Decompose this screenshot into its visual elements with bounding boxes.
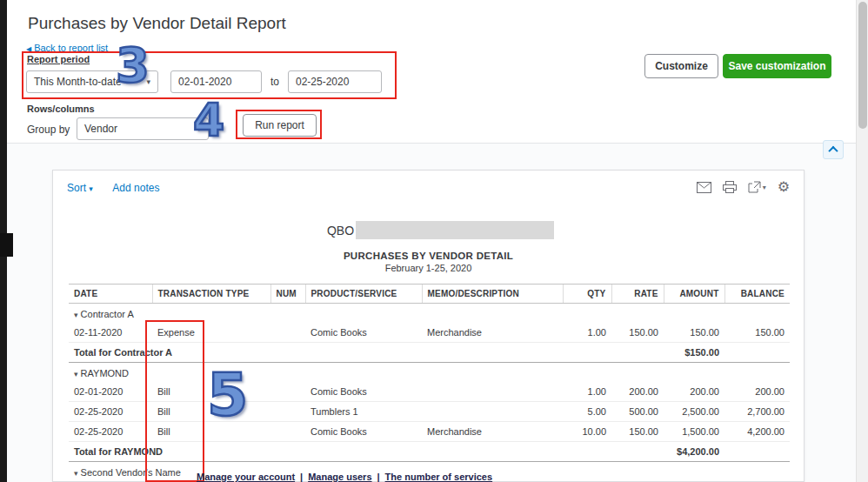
export-icon[interactable]: ▾	[748, 181, 766, 193]
column-header-num[interactable]: NUM	[270, 285, 305, 304]
company-prefix: QBO	[327, 224, 354, 238]
scrollbar-thumb[interactable]	[858, 2, 867, 129]
vendor-group-row[interactable]: ▾ Contractor A	[69, 304, 790, 324]
cell-date: 02-01-2020	[69, 382, 152, 402]
footer-link-number-of-services[interactable]: The number of services	[385, 472, 493, 482]
group-total-row: Total for RAYMOND$4,200.00	[69, 442, 790, 462]
cell-num	[270, 323, 305, 343]
cell-qty: 5.00	[563, 402, 611, 422]
report-card: Sort ▾ Add notes ▾ ⚙ QBO PURCHASE	[52, 170, 805, 482]
cell-type: Bill	[152, 422, 270, 442]
column-header-amount[interactable]: AMOUNT	[664, 285, 724, 304]
run-report-button[interactable]: Run report	[243, 114, 317, 137]
cell-balance: 4,200.00	[724, 422, 790, 442]
vendor-group-name: Contractor A	[78, 309, 134, 319]
chevron-down-icon: ▾	[197, 124, 201, 133]
cell-num	[270, 422, 305, 442]
cell-date: 02-25-2020	[69, 422, 152, 442]
back-to-report-list-link[interactable]: ◀Back to report list	[26, 43, 108, 53]
cell-rate: 200.00	[611, 382, 664, 402]
email-icon[interactable]	[697, 182, 711, 193]
column-header-product-service[interactable]: PRODUCT/SERVICE	[305, 285, 422, 304]
column-header-balance[interactable]: BALANCE	[724, 285, 790, 304]
back-arrow-icon: ◀	[26, 45, 31, 53]
column-header-qty[interactable]: QTY	[563, 285, 611, 304]
report-toolbar: Sort ▾ Add notes ▾ ⚙	[53, 171, 804, 197]
group-total-row: Total for Contractor A$150.00	[69, 343, 790, 363]
cell-type: Bill	[152, 402, 270, 422]
transaction-row[interactable]: 02-25-2020BillComic BooksMerchandise10.0…	[69, 422, 790, 442]
cell-empty	[611, 343, 664, 363]
cell-product: Tumblers 1	[305, 402, 422, 422]
transaction-row[interactable]: 02-11-2020ExpenseComic BooksMerchandise1…	[69, 323, 790, 343]
gear-icon[interactable]: ⚙	[778, 180, 790, 194]
rows-columns-label: Rows/columns	[27, 104, 95, 114]
column-header-date[interactable]: DATE	[69, 285, 152, 304]
cell-empty	[563, 442, 611, 462]
cell-date: 02-11-2020	[69, 323, 152, 343]
cell-empty	[724, 442, 790, 462]
company-header: QBO	[65, 221, 805, 239]
sort-label: Sort	[67, 182, 86, 194]
column-header-transaction-type[interactable]: TRANSACTION TYPE	[152, 285, 270, 304]
qbo-report-page: Purchases by Vendor Detail Report ◀Back …	[0, 0, 868, 482]
cell-qty: 1.00	[563, 323, 611, 343]
cell-type: Expense	[152, 323, 270, 343]
cell-product: Comic Books	[305, 323, 422, 343]
divider	[7, 143, 856, 144]
report-period-select[interactable]: This Month-to-date ▾	[26, 70, 158, 93]
collapse-up-button[interactable]	[823, 140, 844, 159]
group-total-amount: $4,200.00	[664, 442, 724, 462]
cell-empty	[724, 343, 790, 363]
chevron-down-icon: ▾	[146, 77, 150, 86]
cell-amount: 200.00	[664, 382, 724, 402]
cell-type: Bill	[152, 382, 270, 402]
cell-num	[270, 402, 305, 422]
save-customization-button[interactable]: Save customization	[723, 54, 831, 78]
page-title: Purchases by Vendor Detail Report	[28, 14, 286, 33]
cell-memo	[422, 402, 563, 422]
cell-rate: 150.00	[611, 422, 664, 442]
add-notes-link[interactable]: Add notes	[112, 182, 159, 194]
report-table: DATETRANSACTION TYPENUMPRODUCT/SERVICEME…	[69, 284, 790, 482]
footer-link-manage-account[interactable]: Manage your account	[197, 472, 295, 482]
date-from-input[interactable]	[170, 70, 262, 93]
cell-date: 02-25-2020	[69, 402, 152, 422]
vendor-group-name: RAYMOND	[78, 368, 129, 378]
cell-balance: 2,700.00	[724, 402, 790, 422]
vendor-group-row[interactable]: ▾ RAYMOND	[69, 363, 790, 383]
column-header-memo-description[interactable]: MEMO/DESCRIPTION	[422, 285, 563, 304]
chevron-down-icon: ▾	[763, 184, 766, 191]
cell-amount: 150.00	[664, 323, 724, 343]
group-by-select[interactable]: Vendor ▾	[77, 117, 209, 140]
cell-product: Comic Books	[305, 422, 422, 442]
print-icon[interactable]	[723, 181, 737, 193]
vertical-scrollbar[interactable]	[856, 0, 868, 482]
transaction-row[interactable]: 02-01-2020BillComic Books1.00200.00200.0…	[69, 382, 790, 402]
column-header-rate[interactable]: RATE	[611, 285, 664, 304]
cell-empty	[611, 442, 664, 462]
cell-qty: 10.00	[563, 422, 611, 442]
footer-links: Manage your account|Manage users|The num…	[197, 472, 492, 482]
transaction-row[interactable]: 02-25-2020BillTumblers 15.00500.002,500.…	[69, 402, 790, 422]
report-subtitle: February 1-25, 2020	[53, 263, 804, 273]
vendor-group-name: Second Vendor's Name	[78, 467, 181, 478]
report-table-header-row: DATETRANSACTION TYPENUMPRODUCT/SERVICEME…	[69, 285, 790, 304]
group-total-label: Total for Contractor A	[69, 343, 563, 363]
cell-product: Comic Books	[305, 382, 422, 402]
chevron-down-icon: ▾	[89, 184, 93, 193]
group-by-label: Group by	[27, 124, 70, 136]
report-title: PURCHASES BY VENDOR DETAIL	[53, 251, 804, 261]
cell-memo	[422, 382, 563, 402]
cell-amount: 2,500.00	[664, 402, 724, 422]
sort-dropdown[interactable]: Sort ▾	[67, 182, 93, 194]
left-edge-tab	[0, 233, 13, 257]
customize-button[interactable]: Customize	[644, 54, 718, 78]
group-by-value: Vendor	[84, 123, 117, 135]
footer-link-manage-users[interactable]: Manage users	[308, 472, 371, 482]
report-period-label: Report period	[27, 54, 90, 64]
report-table-body: ▾ Contractor A02-11-2020ExpenseComic Boo…	[69, 304, 790, 482]
cell-num	[270, 382, 305, 402]
cell-memo: Merchandise	[422, 422, 563, 442]
date-to-input[interactable]	[288, 70, 382, 93]
